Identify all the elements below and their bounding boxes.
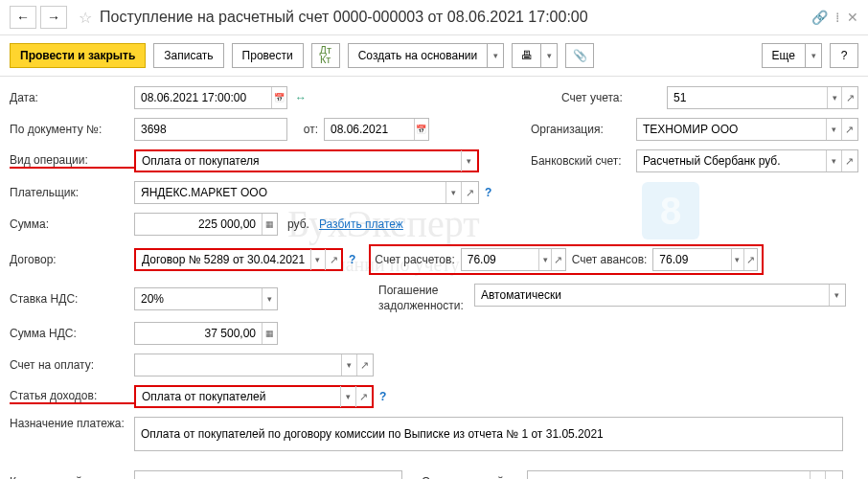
bank-account-input-group[interactable]: ▾ ↗ [636, 149, 858, 172]
org-input-group[interactable]: ▾ ↗ [636, 118, 858, 141]
chevron-down-icon[interactable]: ▾ [827, 87, 841, 108]
income-item-input-group[interactable]: ▾ ↗ [134, 385, 374, 408]
chevron-down-icon[interactable]: ▾ [341, 354, 356, 376]
create-based-dropdown[interactable]: Создать на основании ▾ [348, 43, 505, 68]
chevron-down-icon[interactable]: ▾ [540, 43, 558, 68]
responsible-input[interactable] [528, 471, 810, 479]
doc-date-input-group[interactable]: 📅 [324, 118, 429, 141]
contract-input[interactable] [136, 249, 310, 270]
post-button[interactable]: Провести [232, 43, 304, 68]
amount-input[interactable] [135, 214, 262, 235]
bank-account-input[interactable] [637, 150, 826, 171]
close-icon[interactable]: ✕ [847, 10, 858, 25]
op-type-input[interactable] [136, 150, 461, 171]
comment-label: Комментарий: [10, 475, 134, 479]
open-icon[interactable]: ↗ [841, 119, 857, 140]
chevron-down-icon[interactable]: ▾ [487, 43, 504, 68]
debt-repay-input-group[interactable]: ▾ [474, 284, 846, 307]
contract-input-group[interactable]: ▾ ↗ [134, 248, 343, 271]
open-icon[interactable]: ↗ [841, 87, 857, 108]
chevron-down-icon[interactable]: ▾ [826, 150, 840, 171]
post-and-close-button[interactable]: Провести и закрыть [10, 43, 146, 68]
payer-input[interactable] [135, 182, 445, 203]
open-icon[interactable]: ↗ [461, 182, 478, 203]
invoice-label: Счет на оплату: [10, 358, 134, 372]
advance-acc-input[interactable] [653, 249, 730, 270]
income-item-input[interactable] [136, 386, 340, 407]
comment-input[interactable] [135, 471, 401, 479]
comment-input-group[interactable] [134, 470, 402, 479]
chevron-down-icon[interactable]: ▾ [340, 386, 355, 407]
doc-date-input[interactable] [325, 119, 414, 140]
advance-acc-label: Счет авансов: [572, 253, 648, 266]
create-based-button[interactable]: Создать на основании [348, 43, 488, 68]
org-input[interactable] [637, 119, 826, 140]
invoice-input-group[interactable]: ▾ ↗ [134, 354, 374, 376]
vat-sum-input[interactable] [135, 323, 262, 344]
help-button[interactable]: ? [830, 43, 858, 68]
purpose-input-group[interactable] [134, 417, 843, 451]
split-payment-link[interactable]: Разбить платеж [319, 217, 403, 231]
debt-repay-label: Погашение задолженности: [378, 284, 474, 313]
save-button[interactable]: Записать [153, 43, 223, 68]
doc-no-input[interactable] [135, 119, 286, 140]
calendar-icon[interactable]: 📅 [414, 119, 428, 140]
minimize-icon[interactable]: ⁞ [835, 10, 839, 25]
chevron-down-icon[interactable]: ▾ [262, 288, 277, 309]
purpose-input[interactable] [135, 423, 842, 445]
forward-button[interactable]: → [40, 6, 67, 29]
back-button[interactable]: ← [10, 6, 36, 29]
page-title: Поступление на расчетный счет 0000-00000… [100, 9, 811, 26]
vat-sum-input-group[interactable]: ▦ [134, 322, 278, 345]
payer-help[interactable]: ? [485, 186, 491, 199]
chevron-down-icon[interactable]: ▾ [826, 119, 840, 140]
dtkt-button[interactable]: ДтКт [311, 43, 340, 68]
star-icon[interactable]: ☆ [79, 9, 92, 27]
invoice-input[interactable] [135, 354, 341, 376]
date-input[interactable] [135, 87, 271, 108]
chevron-down-icon[interactable]: ▾ [805, 43, 822, 68]
chevron-down-icon[interactable]: ▾ [810, 471, 825, 479]
date-input-group[interactable]: 📅 [134, 86, 287, 109]
settle-acc-input-group[interactable]: ▾ ↗ [461, 248, 566, 271]
chevron-down-icon[interactable]: ▾ [461, 150, 477, 171]
open-icon[interactable]: ↗ [355, 386, 372, 407]
calculator-icon[interactable]: ▦ [262, 323, 277, 344]
open-icon[interactable]: ↗ [356, 354, 373, 376]
doc-no-input-group[interactable] [134, 118, 287, 141]
op-type-input-group[interactable]: ▾ [134, 149, 479, 172]
income-item-help[interactable]: ? [379, 390, 386, 403]
advance-acc-input-group[interactable]: ▾ ↗ [652, 248, 758, 271]
op-type-label: Вид операции: [10, 153, 134, 169]
more-button[interactable]: Еще [762, 43, 805, 68]
payer-input-group[interactable]: ▾ ↗ [134, 181, 479, 204]
chevron-down-icon[interactable]: ▾ [538, 249, 551, 270]
payer-label: Плательщик: [10, 186, 134, 199]
account-input-group[interactable]: ▾ ↗ [667, 86, 858, 109]
debt-repay-input[interactable] [475, 285, 829, 306]
vat-rate-input[interactable] [135, 288, 262, 309]
attach-button[interactable]: 📎 [565, 43, 594, 68]
settle-acc-input[interactable] [462, 249, 538, 270]
calculator-icon[interactable]: ▦ [262, 214, 277, 235]
contract-help[interactable]: ? [349, 253, 355, 266]
chevron-down-icon[interactable]: ▾ [310, 249, 325, 270]
open-icon[interactable]: ↗ [841, 150, 857, 171]
refresh-icon[interactable]: ↔ [295, 91, 307, 104]
vat-rate-input-group[interactable]: ▾ [134, 287, 278, 310]
open-icon[interactable]: ↗ [743, 249, 758, 270]
chevron-down-icon[interactable]: ▾ [445, 182, 461, 203]
link-icon[interactable]: 🔗 [811, 10, 828, 25]
chevron-down-icon[interactable]: ▾ [829, 285, 845, 306]
calendar-icon[interactable]: 📅 [271, 87, 286, 108]
open-icon[interactable]: ↗ [825, 471, 842, 479]
open-icon[interactable]: ↗ [325, 249, 341, 270]
responsible-input-group[interactable]: ▾ ↗ [527, 470, 843, 479]
print-button[interactable]: 🖶 [512, 43, 540, 68]
chevron-down-icon[interactable]: ▾ [731, 249, 743, 270]
more-dropdown[interactable]: Еще ▾ [762, 43, 822, 68]
account-input[interactable] [668, 87, 827, 108]
open-icon[interactable]: ↗ [551, 249, 565, 270]
print-dropdown[interactable]: 🖶 ▾ [512, 43, 558, 68]
amount-input-group[interactable]: ▦ [134, 213, 278, 236]
